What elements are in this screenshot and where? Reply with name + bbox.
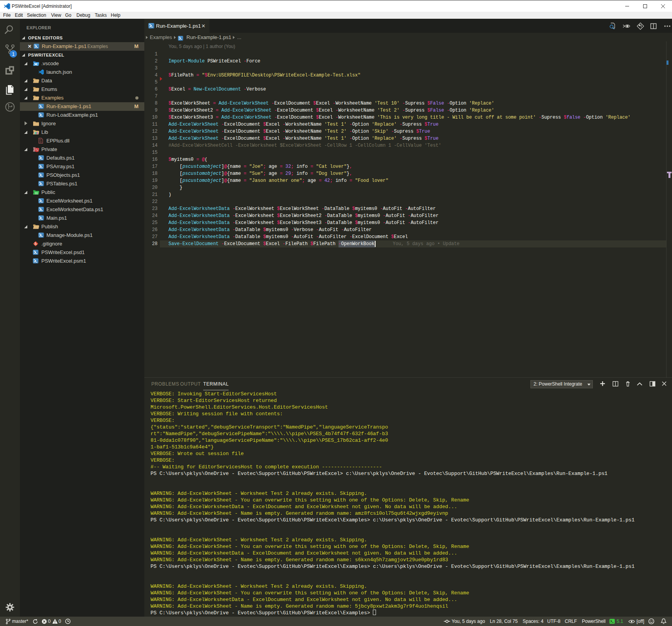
svg-text:1: 1	[12, 51, 14, 57]
svg-text:10: 10	[39, 141, 42, 143]
